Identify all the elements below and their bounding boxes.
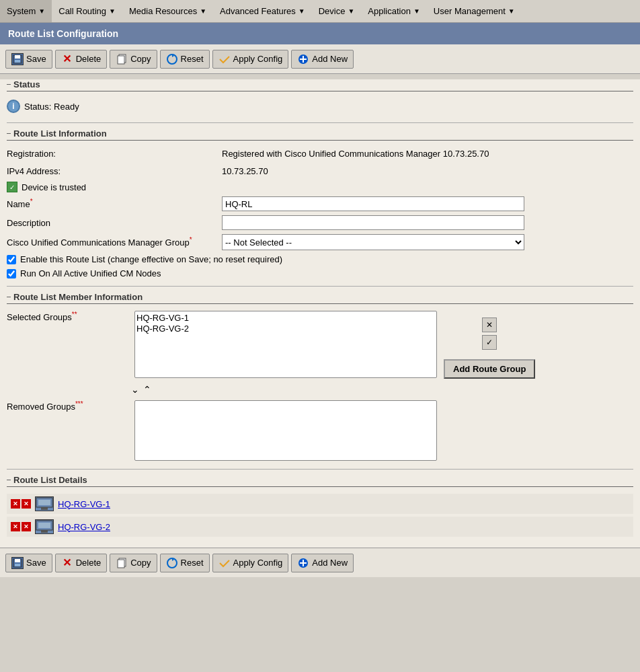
name-input[interactable] [222, 196, 524, 211]
run-on-all-checkbox[interactable] [7, 269, 16, 278]
save-button[interactable]: Save [5, 50, 52, 69]
enable-route-list-checkbox[interactable] [7, 255, 16, 264]
enable-route-list-row: Enable this Route List (change effective… [7, 252, 633, 266]
device-icon-1 [35, 496, 54, 511]
device-trusted-row: ✓ Device is trusted [7, 180, 633, 194]
add-new-button[interactable]: Add New [291, 50, 354, 69]
delete-button[interactable]: ✕ Delete [55, 50, 108, 69]
route-detail-icon-box-2: ✕ ✕ [11, 522, 31, 531]
red-x-icon-1a: ✕ [11, 499, 20, 509]
sort-arrows-row: ⌄ ⌃ [7, 381, 633, 398]
copy-button[interactable]: Copy [110, 50, 157, 69]
separator-3 [7, 469, 633, 470]
add-route-group-button[interactable]: Add Route Group [444, 359, 535, 379]
ipv4-row: IPv4 Address: 10.73.25.70 [7, 162, 633, 180]
nav-arrow-system: ▼ [38, 7, 45, 15]
run-on-all-label: Run On All Active Unified CM Nodes [20, 268, 161, 278]
svg-rect-17 [15, 564, 20, 566]
status-row: i Status: Ready [7, 96, 633, 117]
nav-arrow-user-management: ▼ [508, 7, 515, 15]
selected-groups-label: Selected Groups** [7, 311, 128, 322]
nav-label-media-resources: Media Resources [129, 6, 197, 16]
reset-label: Reset [181, 54, 204, 64]
selected-groups-container: HQ-RG-VG-1 HQ-RG-VG-2 [134, 311, 437, 378]
ipv4-value: 10.73.25.70 [222, 166, 633, 176]
route-detail-link-1[interactable]: HQ-RG-VG-1 [58, 499, 110, 509]
sort-down-arrow[interactable]: ⌄ [131, 384, 139, 395]
bottom-toolbar: Save ✕ Delete Copy Reset Apply Config [0, 548, 640, 577]
separator-2 [7, 286, 633, 287]
status-section-title: Status [7, 79, 633, 91]
svg-rect-2 [15, 60, 20, 63]
main-content: Status i Status: Ready Route List Inform… [0, 79, 640, 577]
apply-config-button[interactable]: Apply Config [212, 50, 289, 69]
page-title: Route List Configuration [8, 28, 118, 39]
bottom-save-button[interactable]: Save [5, 554, 52, 572]
red-x-icon-2a: ✕ [11, 522, 20, 531]
info-icon: i [7, 100, 20, 113]
bottom-save-label: Save [26, 558, 46, 568]
separator-1 [7, 122, 633, 123]
selected-groups-row: Selected Groups** HQ-RG-VG-1 HQ-RG-VG-2 … [7, 308, 633, 381]
move-down-selected-button[interactable]: ✓ [482, 335, 497, 350]
red-x-icon-2b: ✕ [22, 522, 31, 531]
nav-item-system[interactable]: System ▼ [0, 0, 52, 22]
registration-row: Registration: Registered with Cisco Unif… [7, 145, 633, 162]
bottom-add-new-icon [297, 557, 309, 569]
status-text: Status: Ready [24, 102, 79, 112]
nav-item-call-routing[interactable]: Call Routing ▼ [52, 0, 122, 22]
description-label: Description [7, 218, 222, 228]
ipv4-label: IPv4 Address: [7, 166, 222, 176]
bottom-apply-icon [218, 557, 231, 569]
bottom-apply-config-label: Apply Config [233, 558, 283, 568]
nav-arrow-call-routing: ▼ [109, 7, 116, 15]
save-label: Save [26, 54, 46, 64]
bottom-add-new-button[interactable]: Add New [291, 554, 354, 572]
device-trusted-label: Device is trusted [22, 182, 86, 192]
route-detail-link-2[interactable]: HQ-RG-VG-2 [58, 522, 110, 532]
description-input[interactable] [222, 215, 524, 230]
nav-item-media-resources[interactable]: Media Resources ▼ [122, 0, 213, 22]
toolbar: Save ✕ Delete Copy Reset Apply Config Ad… [0, 44, 640, 74]
route-details-title: Route List Details [7, 475, 633, 487]
cucm-group-select[interactable]: -- Not Selected -- [222, 234, 524, 250]
nav-item-advanced-features[interactable]: Advanced Features ▼ [213, 0, 312, 22]
route-list-info-title: Route List Information [7, 128, 633, 141]
move-up-selected-button[interactable]: ✕ [482, 318, 497, 332]
nav-item-user-management[interactable]: User Management ▼ [427, 0, 522, 22]
add-new-label: Add New [312, 54, 348, 64]
nav-item-application[interactable]: Application ▼ [361, 0, 427, 22]
route-detail-item-2: ✕ ✕ HQ-RG-VG-2 [7, 517, 633, 537]
name-row: Name* [7, 194, 633, 213]
selected-group-item-2[interactable]: HQ-RG-VG-2 [136, 324, 435, 334]
selected-group-item-1[interactable]: HQ-RG-VG-1 [136, 313, 435, 324]
selected-groups-listbox[interactable]: HQ-RG-VG-1 HQ-RG-VG-2 [134, 311, 437, 378]
enable-route-list-label: Enable this Route List (change effective… [20, 254, 282, 264]
add-new-icon [297, 53, 309, 65]
nav-arrow-advanced-features: ▼ [298, 7, 305, 15]
nav-item-device[interactable]: Device ▼ [312, 0, 362, 22]
registration-label: Registration: [7, 149, 222, 159]
nav-arrow-application: ▼ [413, 7, 420, 15]
bottom-delete-button[interactable]: ✕ Delete [55, 554, 108, 572]
svg-rect-16 [15, 559, 20, 562]
name-label: Name* [7, 198, 222, 209]
bottom-delete-icon: ✕ [61, 557, 73, 569]
svg-rect-19 [118, 560, 124, 568]
nav-label-user-management: User Management [434, 6, 506, 16]
bottom-copy-button[interactable]: Copy [110, 554, 157, 572]
svg-rect-1 [15, 55, 20, 59]
svg-rect-13 [38, 523, 50, 528]
cucm-group-value: -- Not Selected -- [222, 234, 633, 250]
reset-button[interactable]: Reset [160, 50, 210, 69]
sort-up-arrow[interactable]: ⌃ [143, 384, 151, 395]
bottom-copy-icon [116, 557, 128, 569]
description-row: Description [7, 213, 633, 232]
page-title-bar: Route List Configuration [0, 23, 640, 44]
nav-label-device: Device [319, 6, 346, 16]
removed-groups-listbox[interactable] [134, 400, 437, 461]
bottom-add-new-label: Add New [312, 558, 348, 568]
bottom-apply-config-button[interactable]: Apply Config [212, 554, 289, 572]
bottom-reset-button[interactable]: Reset [160, 554, 210, 572]
nav-label-call-routing: Call Routing [58, 6, 106, 16]
